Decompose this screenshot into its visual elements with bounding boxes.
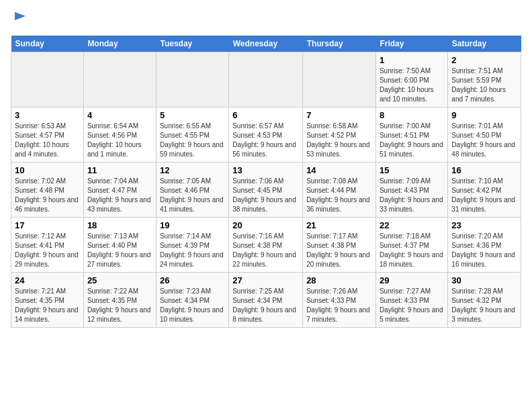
calendar-cell: 27Sunrise: 7:25 AM Sunset: 4:34 PM Dayli… xyxy=(229,272,303,327)
calendar-cell: 5Sunrise: 6:55 AM Sunset: 4:55 PM Daylig… xyxy=(156,107,228,162)
day-info: Sunrise: 7:16 AM Sunset: 4:38 PM Dayligh… xyxy=(232,232,299,269)
calendar-cell xyxy=(229,52,303,107)
day-info: Sunrise: 6:53 AM Sunset: 4:57 PM Dayligh… xyxy=(15,122,80,159)
day-info: Sunrise: 6:55 AM Sunset: 4:55 PM Dayligh… xyxy=(160,122,225,159)
day-info: Sunrise: 7:05 AM Sunset: 4:46 PM Dayligh… xyxy=(160,177,225,214)
day-number: 14 xyxy=(306,165,372,175)
day-number: 18 xyxy=(87,220,152,230)
day-number: 26 xyxy=(160,275,225,285)
day-info: Sunrise: 7:50 AM Sunset: 6:00 PM Dayligh… xyxy=(380,66,444,104)
calendar-cell: 28Sunrise: 7:26 AM Sunset: 4:33 PM Dayli… xyxy=(303,272,376,327)
day-info: Sunrise: 7:26 AM Sunset: 4:33 PM Dayligh… xyxy=(306,287,372,324)
day-number: 13 xyxy=(232,165,299,175)
calendar-cell: 26Sunrise: 7:23 AM Sunset: 4:34 PM Dayli… xyxy=(156,272,228,327)
calendar-table: SundayMondayTuesdayWednesdayThursdayFrid… xyxy=(11,36,521,328)
calendar-cell: 8Sunrise: 7:00 AM Sunset: 4:51 PM Daylig… xyxy=(375,107,447,162)
day-number: 1 xyxy=(380,55,444,65)
day-info: Sunrise: 7:08 AM Sunset: 4:44 PM Dayligh… xyxy=(306,177,372,214)
day-info: Sunrise: 7:17 AM Sunset: 4:38 PM Dayligh… xyxy=(306,232,372,269)
day-number: 7 xyxy=(306,110,372,120)
day-number: 9 xyxy=(451,110,517,120)
day-number: 12 xyxy=(160,165,225,175)
dow-header-monday: Monday xyxy=(83,36,156,52)
dow-header-wednesday: Wednesday xyxy=(229,36,303,52)
calendar-cell: 13Sunrise: 7:06 AM Sunset: 4:45 PM Dayli… xyxy=(229,162,303,217)
day-number: 6 xyxy=(232,110,299,120)
calendar-cell: 7Sunrise: 6:58 AM Sunset: 4:52 PM Daylig… xyxy=(303,107,376,162)
day-info: Sunrise: 7:51 AM Sunset: 5:59 PM Dayligh… xyxy=(451,66,517,104)
day-number: 25 xyxy=(87,275,152,285)
day-info: Sunrise: 7:06 AM Sunset: 4:45 PM Dayligh… xyxy=(232,177,299,214)
day-number: 24 xyxy=(15,275,80,285)
day-info: Sunrise: 7:22 AM Sunset: 4:35 PM Dayligh… xyxy=(87,287,152,324)
day-info: Sunrise: 7:04 AM Sunset: 4:47 PM Dayligh… xyxy=(87,177,152,214)
svg-marker-0 xyxy=(15,12,26,20)
day-info: Sunrise: 7:09 AM Sunset: 4:43 PM Dayligh… xyxy=(380,177,444,214)
logo-flag-icon xyxy=(12,11,28,27)
day-number: 8 xyxy=(380,110,444,120)
calendar-cell: 24Sunrise: 7:21 AM Sunset: 4:35 PM Dayli… xyxy=(11,272,84,327)
day-number: 21 xyxy=(306,220,372,230)
day-info: Sunrise: 7:28 AM Sunset: 4:32 PM Dayligh… xyxy=(451,287,517,324)
calendar-cell: 17Sunrise: 7:12 AM Sunset: 4:41 PM Dayli… xyxy=(11,217,84,272)
day-info: Sunrise: 7:10 AM Sunset: 4:42 PM Dayligh… xyxy=(451,177,517,214)
day-number: 16 xyxy=(451,165,517,175)
calendar-cell xyxy=(83,52,156,107)
day-info: Sunrise: 7:27 AM Sunset: 4:33 PM Dayligh… xyxy=(380,287,444,324)
day-number: 10 xyxy=(15,165,80,175)
day-number: 28 xyxy=(306,275,372,285)
day-info: Sunrise: 7:14 AM Sunset: 4:39 PM Dayligh… xyxy=(160,232,225,269)
calendar-cell xyxy=(303,52,376,107)
day-number: 29 xyxy=(380,275,444,285)
calendar-cell: 19Sunrise: 7:14 AM Sunset: 4:39 PM Dayli… xyxy=(156,217,228,272)
day-info: Sunrise: 7:01 AM Sunset: 4:50 PM Dayligh… xyxy=(451,122,517,159)
calendar-cell xyxy=(11,52,84,107)
day-number: 11 xyxy=(87,165,152,175)
calendar-cell: 10Sunrise: 7:02 AM Sunset: 4:48 PM Dayli… xyxy=(11,162,84,217)
day-number: 22 xyxy=(380,220,444,230)
day-info: Sunrise: 7:18 AM Sunset: 4:37 PM Dayligh… xyxy=(380,232,444,269)
dow-header-tuesday: Tuesday xyxy=(156,36,228,52)
calendar-cell: 25Sunrise: 7:22 AM Sunset: 4:35 PM Dayli… xyxy=(83,272,156,327)
day-info: Sunrise: 7:13 AM Sunset: 4:40 PM Dayligh… xyxy=(87,232,152,269)
day-number: 19 xyxy=(160,220,225,230)
calendar-cell: 11Sunrise: 7:04 AM Sunset: 4:47 PM Dayli… xyxy=(83,162,156,217)
header xyxy=(11,11,521,30)
day-info: Sunrise: 7:20 AM Sunset: 4:36 PM Dayligh… xyxy=(451,232,517,269)
day-number: 3 xyxy=(15,110,80,120)
day-info: Sunrise: 6:58 AM Sunset: 4:52 PM Dayligh… xyxy=(306,122,372,159)
calendar-cell: 3Sunrise: 6:53 AM Sunset: 4:57 PM Daylig… xyxy=(11,107,84,162)
calendar-cell: 21Sunrise: 7:17 AM Sunset: 4:38 PM Dayli… xyxy=(303,217,376,272)
day-number: 27 xyxy=(232,275,299,285)
day-info: Sunrise: 7:00 AM Sunset: 4:51 PM Dayligh… xyxy=(380,122,444,159)
day-info: Sunrise: 7:21 AM Sunset: 4:35 PM Dayligh… xyxy=(15,287,80,324)
calendar-cell: 2Sunrise: 7:51 AM Sunset: 5:59 PM Daylig… xyxy=(448,52,521,107)
day-number: 30 xyxy=(451,275,517,285)
dow-header-friday: Friday xyxy=(375,36,447,52)
calendar-cell: 4Sunrise: 6:54 AM Sunset: 4:56 PM Daylig… xyxy=(83,107,156,162)
day-info: Sunrise: 7:25 AM Sunset: 4:34 PM Dayligh… xyxy=(232,287,299,324)
day-info: Sunrise: 6:54 AM Sunset: 4:56 PM Dayligh… xyxy=(87,122,152,159)
day-info: Sunrise: 7:23 AM Sunset: 4:34 PM Dayligh… xyxy=(160,287,225,324)
day-number: 20 xyxy=(232,220,299,230)
dow-header-thursday: Thursday xyxy=(303,36,376,52)
day-number: 17 xyxy=(15,220,80,230)
day-number: 4 xyxy=(87,110,152,120)
dow-header-saturday: Saturday xyxy=(448,36,521,52)
calendar-cell: 23Sunrise: 7:20 AM Sunset: 4:36 PM Dayli… xyxy=(448,217,521,272)
calendar-cell: 29Sunrise: 7:27 AM Sunset: 4:33 PM Dayli… xyxy=(375,272,447,327)
calendar-cell: 16Sunrise: 7:10 AM Sunset: 4:42 PM Dayli… xyxy=(448,162,521,217)
calendar-cell: 15Sunrise: 7:09 AM Sunset: 4:43 PM Dayli… xyxy=(375,162,447,217)
calendar-cell xyxy=(156,52,228,107)
day-info: Sunrise: 7:02 AM Sunset: 4:48 PM Dayligh… xyxy=(15,177,80,214)
day-number: 15 xyxy=(380,165,444,175)
day-number: 23 xyxy=(451,220,517,230)
calendar-cell: 20Sunrise: 7:16 AM Sunset: 4:38 PM Dayli… xyxy=(229,217,303,272)
calendar-cell: 14Sunrise: 7:08 AM Sunset: 4:44 PM Dayli… xyxy=(303,162,376,217)
day-number: 2 xyxy=(451,55,517,65)
dow-header-sunday: Sunday xyxy=(11,36,84,52)
calendar-cell: 12Sunrise: 7:05 AM Sunset: 4:46 PM Dayli… xyxy=(156,162,228,217)
calendar-cell: 30Sunrise: 7:28 AM Sunset: 4:32 PM Dayli… xyxy=(448,272,521,327)
day-number: 5 xyxy=(160,110,225,120)
calendar-cell: 18Sunrise: 7:13 AM Sunset: 4:40 PM Dayli… xyxy=(83,217,156,272)
